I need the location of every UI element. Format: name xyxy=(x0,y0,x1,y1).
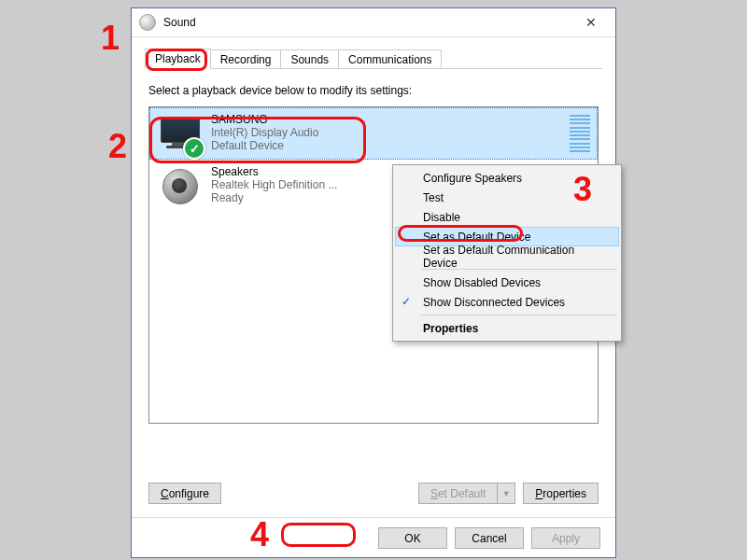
menu-item[interactable]: Properties xyxy=(395,318,619,338)
tab-recording[interactable]: Recording xyxy=(210,49,282,69)
menu-item-label: Show Disconnected Devices xyxy=(423,296,565,309)
close-button[interactable]: ✕ xyxy=(571,9,612,35)
menu-item[interactable]: ✓Show Disconnected Devices xyxy=(395,292,619,312)
menu-item[interactable]: Show Disabled Devices xyxy=(395,273,619,292)
menu-item-label: Properties xyxy=(423,322,478,335)
apply-button[interactable]: Apply xyxy=(531,527,600,549)
menu-item[interactable]: Disable xyxy=(395,207,619,227)
monitor-icon: ✓ xyxy=(159,113,200,154)
menu-item-label: Test xyxy=(423,191,444,204)
device-sub: Realtek High Definition ... xyxy=(211,178,337,191)
menu-item[interactable]: Configure Speakers xyxy=(395,168,619,188)
window-title: Sound xyxy=(163,16,571,29)
configure-button[interactable]: Configure xyxy=(148,483,221,504)
menu-item-label: Set as Default Communication Device xyxy=(423,244,610,270)
tab-strip: PlaybackRecordingSoundsCommunications xyxy=(145,47,602,69)
menu-separator xyxy=(421,315,617,315)
ok-button[interactable]: OK xyxy=(378,527,447,549)
device-item[interactable]: ✓SAMSUNGIntel(R) Display AudioDefault De… xyxy=(149,107,598,160)
menu-item-label: Show Disabled Devices xyxy=(423,276,541,289)
device-sub: Intel(R) Display Audio xyxy=(211,126,318,139)
tab-communications[interactable]: Communications xyxy=(338,49,442,69)
menu-item[interactable]: Set as Default Communication Device xyxy=(395,246,619,266)
lower-button-row: Configure Set Default ▼ Properties xyxy=(148,483,599,504)
sound-icon xyxy=(139,14,156,31)
callout-1: 1 xyxy=(101,19,120,58)
set-default-button[interactable]: Set Default xyxy=(418,483,497,504)
tab-sounds[interactable]: Sounds xyxy=(280,49,339,69)
signal-meter-icon xyxy=(570,115,590,152)
device-name: SAMSUNG xyxy=(211,113,318,126)
default-check-icon: ✓ xyxy=(183,137,205,160)
tab-playback[interactable]: Playback xyxy=(145,49,211,69)
callout-2: 2 xyxy=(108,127,127,166)
instruction-text: Select a playback device below to modify… xyxy=(148,84,599,97)
dialog-button-bar: OK Cancel Apply xyxy=(132,517,615,558)
menu-item-label: Configure Speakers xyxy=(423,172,522,185)
chevron-down-icon[interactable]: ▼ xyxy=(497,483,515,504)
speaker-icon xyxy=(159,165,200,206)
device-status: Ready xyxy=(211,191,337,204)
menu-item-label: Set as Default Device xyxy=(423,231,530,244)
check-icon: ✓ xyxy=(402,295,411,308)
cancel-button[interactable]: Cancel xyxy=(455,527,524,549)
menu-item[interactable]: Test xyxy=(395,188,619,207)
menu-item-label: Disable xyxy=(423,211,460,224)
properties-button[interactable]: Properties xyxy=(523,483,599,504)
titlebar: Sound ✕ xyxy=(132,8,615,37)
device-name: Speakers xyxy=(211,165,337,178)
set-default-split-button[interactable]: Set Default ▼ xyxy=(418,483,515,504)
device-status: Default Device xyxy=(211,139,318,152)
device-context-menu[interactable]: Configure SpeakersTestDisableSet as Defa… xyxy=(392,164,622,342)
